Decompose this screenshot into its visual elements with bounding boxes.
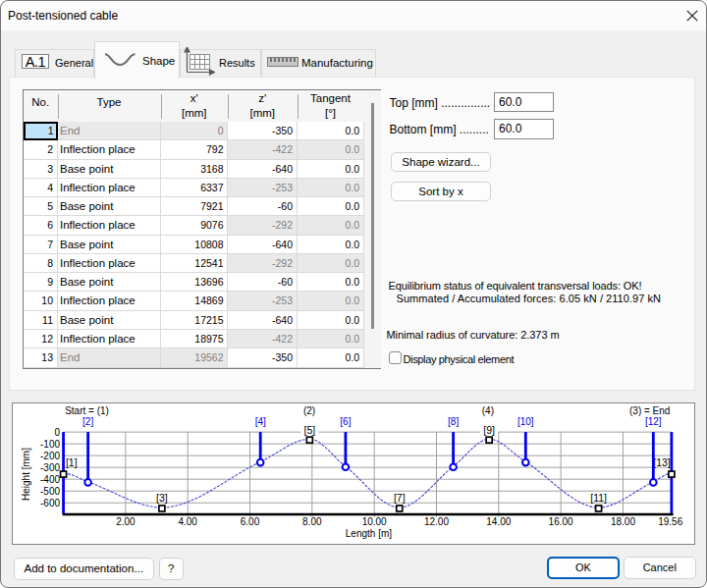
svg-text:[5]: [5] [303, 424, 315, 436]
svg-text:Length [m]: Length [m] [346, 528, 392, 539]
svg-text:14.00: 14.00 [486, 516, 511, 527]
svg-text:-200: -200 [40, 451, 60, 461]
svg-text:10.00: 10.00 [362, 516, 387, 527]
svg-text:18.00: 18.00 [611, 516, 635, 527]
svg-text:(4): (4) [482, 405, 494, 416]
svg-text:-100: -100 [40, 439, 60, 450]
svg-text:(3) = End: (3) = End [629, 405, 670, 416]
svg-text:[8]: [8] [448, 416, 459, 427]
svg-text:12.00: 12.00 [424, 516, 449, 527]
svg-text:Start = (1): Start = (1) [65, 405, 109, 416]
svg-text:[1]: [1] [66, 456, 78, 468]
svg-text:(2): (2) [303, 405, 315, 416]
svg-text:6.00: 6.00 [241, 516, 260, 527]
svg-text:[9]: [9] [483, 424, 495, 436]
svg-text:[2]: [2] [82, 416, 93, 427]
svg-text:[11]: [11] [590, 492, 607, 504]
svg-text:-500: -500 [40, 486, 60, 497]
svg-text:Height [mm]: Height [mm] [21, 448, 31, 501]
svg-text:-600: -600 [40, 498, 60, 508]
svg-text:4.00: 4.00 [178, 516, 197, 527]
svg-text:[13]: [13] [653, 456, 671, 468]
svg-text:0: 0 [54, 427, 60, 438]
svg-text:2.00: 2.00 [116, 516, 136, 527]
svg-text:[4]: [4] [255, 416, 266, 427]
svg-text:[7]: [7] [394, 492, 406, 504]
svg-text:[12]: [12] [645, 416, 662, 427]
svg-text:[3]: [3] [156, 492, 168, 504]
svg-text:-400: -400 [40, 474, 60, 485]
svg-text:16.00: 16.00 [549, 516, 573, 527]
svg-text:8.00: 8.00 [302, 516, 322, 527]
svg-text:[6]: [6] [340, 416, 351, 427]
svg-text:-300: -300 [40, 462, 60, 473]
svg-text:[10]: [10] [517, 416, 534, 427]
svg-text:19.56: 19.56 [658, 516, 682, 527]
